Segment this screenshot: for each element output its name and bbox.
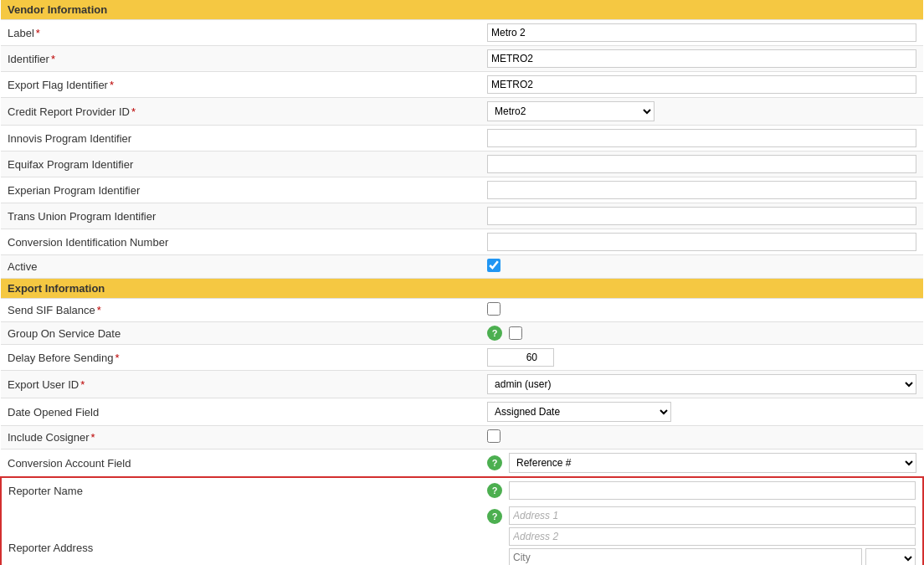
conversion-id-label: Conversion Identification Number [1, 229, 480, 255]
reporter-name-value-cell: ? [480, 477, 923, 503]
label-required: * [36, 27, 40, 39]
vendor-info-title: Vendor Information [8, 3, 107, 16]
reporter-address-label: Reporter Address [1, 503, 480, 565]
experian-label: Experian Program Identifier [1, 177, 480, 203]
export-flag-label: Export Flag Identifier* [1, 72, 480, 98]
delay-sending-value-cell [480, 345, 923, 371]
delay-sending-required: * [115, 352, 119, 364]
group-service-label: Group On Service Date [1, 322, 480, 345]
equifax-input[interactable] [487, 155, 916, 173]
innovis-input[interactable] [487, 129, 916, 147]
conversion-id-input[interactable] [487, 233, 916, 251]
export-flag-required: * [110, 79, 114, 91]
experian-value-cell [480, 177, 923, 203]
date-opened-label: Date Opened Field [1, 398, 480, 426]
date-opened-value-cell: Assigned Date Date Created Date Modified [480, 398, 923, 426]
include-cosigner-value-cell [480, 426, 923, 449]
include-cosigner-checkbox[interactable] [487, 429, 501, 443]
export-flag-value-cell [480, 72, 923, 98]
conversion-id-value-cell [480, 229, 923, 255]
send-sif-required: * [97, 304, 101, 316]
active-checkbox[interactable] [487, 259, 501, 272]
label-value-cell [480, 20, 923, 46]
group-service-value-cell: ? [480, 322, 923, 345]
conversion-account-help-icon[interactable]: ? [487, 455, 502, 470]
city-input[interactable] [509, 548, 862, 565]
address1-input[interactable] [509, 506, 916, 525]
delay-sending-label: Delay Before Sending* [1, 345, 480, 371]
label-input[interactable] [487, 23, 916, 42]
export-flag-input[interactable] [487, 75, 916, 94]
reporter-name-label: Reporter Name [1, 477, 480, 503]
credit-provider-select[interactable]: Metro2 [487, 101, 654, 121]
reporter-address-value-cell: ? [480, 503, 923, 565]
trans-union-value-cell [480, 203, 923, 229]
include-cosigner-required: * [91, 431, 95, 444]
send-sif-label: Send SIF Balance* [1, 299, 480, 322]
address2-input[interactable] [509, 527, 916, 546]
group-service-help-icon[interactable]: ? [487, 326, 502, 341]
conversion-account-select[interactable]: Reference # Account Number External ID [509, 453, 916, 473]
export-info-header: Export Information [1, 279, 923, 299]
export-info-title: Export Information [8, 282, 105, 295]
equifax-label: Equifax Program Identifier [1, 152, 480, 177]
export-user-value-cell: admin (user) [480, 371, 923, 398]
identifier-label: Identifier* [1, 46, 480, 72]
credit-provider-value-cell: Metro2 [480, 98, 923, 126]
trans-union-input[interactable] [487, 207, 916, 225]
send-sif-checkbox[interactable] [487, 302, 501, 316]
identifier-required: * [51, 53, 55, 65]
credit-provider-label: Credit Report Provider ID* [1, 98, 480, 126]
reporter-name-help-icon[interactable]: ? [487, 483, 502, 498]
credit-provider-required: * [131, 105, 136, 118]
label-label: Label* [1, 20, 480, 46]
active-value-cell [480, 255, 923, 279]
conversion-account-value-cell: ? Reference # Account Number External ID [480, 449, 923, 478]
state-select[interactable] [865, 548, 916, 565]
active-label: Active [1, 255, 480, 279]
identifier-input[interactable] [487, 49, 916, 68]
reporter-address-help-icon[interactable]: ? [487, 509, 502, 524]
conversion-account-label: Conversion Account Field [1, 449, 480, 478]
vendor-info-header: Vendor Information [1, 0, 923, 20]
export-user-select[interactable]: admin (user) [487, 374, 916, 394]
reporter-name-input[interactable] [509, 481, 916, 500]
group-service-checkbox[interactable] [509, 326, 522, 340]
include-cosigner-label: Include Cosigner* [1, 426, 480, 449]
equifax-value-cell [480, 152, 923, 177]
export-user-required: * [80, 378, 85, 391]
innovis-label: Innovis Program Identifier [1, 126, 480, 152]
export-user-label: Export User ID* [1, 371, 480, 398]
identifier-value-cell [480, 46, 923, 72]
date-opened-select[interactable]: Assigned Date Date Created Date Modified [487, 402, 671, 422]
delay-sending-input[interactable] [487, 348, 554, 367]
experian-input[interactable] [487, 181, 916, 199]
send-sif-value-cell [480, 299, 923, 322]
innovis-value-cell [480, 126, 923, 152]
trans-union-label: Trans Union Program Identifier [1, 203, 480, 229]
